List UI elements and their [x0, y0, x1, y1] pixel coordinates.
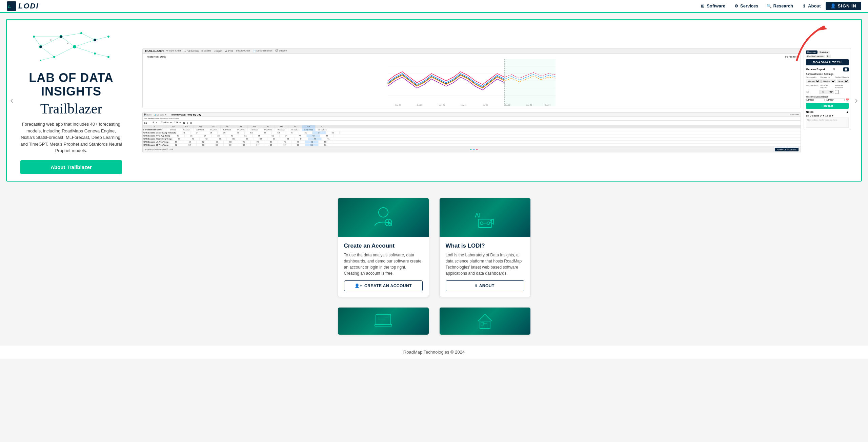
nav-item-software[interactable]: ⊞ Software	[697, 2, 729, 10]
about-button[interactable]: ℹ ABOUT	[446, 280, 524, 291]
create-account-button[interactable]: 👤+ CREATE AN ACCOUNT	[344, 280, 423, 291]
data-menu[interactable]: Data	[169, 118, 174, 120]
col-header-ar: AR	[207, 125, 221, 128]
init-forecast-label: Initialized Forecast	[835, 84, 849, 88]
periods-select[interactable]: 12	[821, 90, 834, 94]
hero-description: Forecasting web app that includes 40+ fo…	[20, 121, 122, 154]
italic-btn[interactable]: I	[187, 121, 188, 124]
holdout-label: Holdout Ratio	[806, 84, 820, 88]
svg-point-18	[60, 35, 62, 38]
subheader-d3: 3/1/2021	[194, 128, 207, 131]
font-family[interactable]: Custom ▼	[161, 121, 172, 124]
nav-item-about[interactable]: ℹ About	[798, 2, 824, 10]
periods-label: Forecast Periods	[821, 84, 834, 88]
date-end-input[interactable]	[826, 99, 845, 101]
spreadsheet-row-5: GPS Expert: SF Avg Temp 52 54 56 58 60 6…	[143, 144, 801, 147]
create-account-card: Create an Account To use the data analys…	[338, 198, 429, 297]
settings-title: Forecast Model Settings	[806, 73, 849, 75]
col-header-a0: AO	[166, 125, 180, 128]
col-header-au: AU	[248, 125, 261, 128]
carousel-next-button[interactable]: ›	[852, 92, 861, 108]
svg-point-17	[53, 56, 55, 58]
formulas-menu[interactable]: Formulas	[160, 118, 168, 120]
insert-menu[interactable]: Insert	[154, 118, 159, 120]
settings-row2-values: 12	[806, 90, 849, 94]
notes-collapse-btn[interactable]: ▲	[846, 110, 849, 113]
date-start-input[interactable]	[806, 99, 825, 101]
analytics-assistant-btn[interactable]: Analytics Assistant	[775, 148, 799, 151]
quickchart-btn[interactable]: ◈ QuickChart	[236, 49, 250, 52]
nav-item-research[interactable]: 🔍 Research	[763, 2, 797, 10]
logo-icon: L	[7, 1, 16, 11]
bold-btn[interactable]: B	[183, 121, 185, 124]
subheader-d12: 12/1/2021	[316, 128, 329, 131]
settings-row2-labels: Holdout Ratio Forecast Periods Initializ…	[806, 84, 849, 88]
svg-point-45	[379, 208, 388, 217]
print-btn[interactable]: 🖨 Print	[225, 50, 233, 52]
frequency-select[interactable]: Monthly	[821, 80, 836, 83]
card-account-icon	[370, 204, 397, 231]
dot-3: ●	[476, 148, 478, 151]
svg-text:Oct-20: Oct-20	[417, 104, 422, 106]
model-chevron[interactable]: ▼	[832, 67, 836, 71]
col-header-ay: AY	[302, 125, 316, 128]
underline-btn[interactable]: U	[190, 121, 192, 124]
subheader-d8: 8/1/2021	[261, 128, 275, 131]
export-btn[interactable]: ↓ Export	[214, 50, 223, 52]
svg-text:Nov-21: Nov-21	[461, 104, 466, 106]
documentation-btn[interactable]: 📄 Documentation	[253, 49, 272, 52]
subheader-metric: Forecast Mkt Metric	[143, 128, 166, 131]
underline-notes-btn[interactable]: U	[810, 114, 811, 117]
col-header-aq: AQ	[194, 125, 207, 128]
svg-rect-58	[480, 321, 490, 329]
fontsize-select[interactable]: 10 pt ▼	[825, 114, 834, 117]
italic-notes-btn[interactable]: I	[808, 114, 809, 117]
svg-text:Mar-20: Mar-20	[395, 104, 401, 106]
svg-text:L: L	[8, 4, 11, 9]
font-select[interactable]: Segoe U ▼	[812, 114, 825, 117]
spreadsheet-row-3: GPS Expert: Miami Avg Temp 68 70 72 78 8…	[143, 138, 801, 141]
init-forecast-checkbox[interactable]	[835, 90, 839, 94]
home-menu[interactable]: Home	[148, 118, 154, 120]
svg-line-12	[34, 37, 41, 47]
outlier-select[interactable]: None	[837, 80, 849, 83]
seasonality-select[interactable]: Inferred	[806, 80, 821, 83]
bold-notes-btn[interactable]: B	[806, 114, 808, 117]
svg-text:Dec-24: Dec-24	[545, 104, 550, 106]
footer: RoadMap Technologies © 2024	[0, 345, 868, 359]
calendar-icon[interactable]: 📅	[846, 99, 849, 102]
support-btn[interactable]: 💬 Support	[275, 49, 287, 52]
product-name: Trailblazer	[40, 101, 102, 117]
model-info-btn[interactable]: ⬤	[843, 67, 849, 71]
spreadsheet-menu: File Home Insert Formulas Data View	[143, 117, 801, 121]
font-size[interactable]: 11+ ▼	[174, 121, 181, 124]
hero-screenshot: TRAILBLAZER ⟳ Sync Chart ⛶ Full Screen ☰…	[142, 48, 851, 152]
sync-chart-btn[interactable]: ⟳ Sync Chart	[166, 49, 181, 52]
svg-point-23	[107, 36, 109, 38]
save-btn[interactable]: 💾 Save	[144, 113, 152, 116]
forecast-button[interactable]: Forecast	[806, 103, 849, 109]
formula-x-btn[interactable]: ✗	[152, 121, 154, 124]
main-chart: Mar-20 Oct-20 May-21 Nov-21 Apr-22 Dec-2…	[144, 59, 799, 106]
nav-item-services[interactable]: ⚙ Services	[730, 2, 762, 10]
hero-cta-button[interactable]: About Trailblazer	[20, 160, 122, 174]
my-data-btn[interactable]: 📊 My Data ▼	[154, 113, 167, 116]
svg-line-7	[75, 40, 95, 47]
view-menu[interactable]: View	[174, 118, 179, 120]
formula-check-btn[interactable]: ✓	[156, 121, 158, 124]
auto-sum-btn[interactable]: Auto Sum	[790, 113, 799, 115]
notes-content[interactable]: Notes about the forecast go here	[806, 118, 849, 128]
labels-btn[interactable]: ☰ Labels	[201, 49, 211, 52]
full-screen-btn[interactable]: ⛶ Full Screen	[184, 50, 199, 52]
holdout-input[interactable]	[806, 90, 820, 94]
logo[interactable]: L LODI	[7, 1, 39, 11]
file-menu[interactable]: File	[144, 118, 147, 120]
hero-section: ‹	[6, 19, 862, 182]
logo-text: LODI	[18, 2, 39, 10]
signin-button[interactable]: 👤 SIGN IN	[826, 2, 861, 10]
carousel-prev-button[interactable]: ‹	[7, 92, 16, 108]
svg-line-9	[81, 33, 95, 40]
svg-line-14	[41, 57, 54, 60]
house-icon	[475, 311, 495, 331]
footer-text: RoadMap Technologies © 2024	[403, 350, 465, 355]
